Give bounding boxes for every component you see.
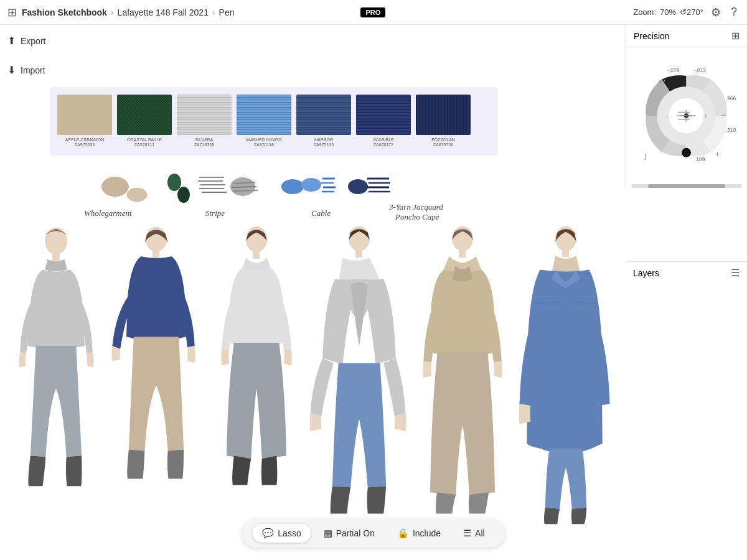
svg-text:→: → bbox=[719, 110, 727, 119]
figure-3-svg bbox=[209, 224, 305, 529]
pro-badge: PRO bbox=[360, 7, 385, 17]
swatch-label-1: APPLE CINNAMONZA975033 bbox=[65, 138, 105, 148]
swatch-label-2: COASTAL BAYLEZA576111 bbox=[127, 138, 162, 148]
swatch-pozzolan[interactable]: POZZOLANZA870726 bbox=[416, 95, 471, 148]
swatch-label-7: POZZOLANZA870726 bbox=[431, 138, 455, 148]
swatch-img-1 bbox=[57, 95, 112, 135]
svg-text:-.013: -.013 bbox=[694, 67, 707, 73]
scrollbar-thumb[interactable] bbox=[648, 184, 726, 188]
all-button[interactable]: ☰ All bbox=[453, 524, 495, 543]
import-label: Import bbox=[21, 65, 45, 75]
svg-text:Cable: Cable bbox=[311, 208, 331, 218]
export-button[interactable]: ⬆ Export bbox=[7, 32, 80, 49]
layers-label: Layers bbox=[633, 268, 659, 278]
partial-on-button[interactable]: ▦ Partial On bbox=[314, 524, 385, 543]
swatch-silvera[interactable]: SILVERAZA718329 bbox=[177, 95, 232, 148]
svg-line-12 bbox=[233, 190, 258, 191]
import-button[interactable]: ⬇ Import bbox=[7, 62, 80, 78]
rotation-value[interactable]: ↺270° bbox=[680, 7, 703, 17]
precision-label: Precision bbox=[634, 31, 670, 41]
svg-text:∫: ∫ bbox=[644, 152, 647, 160]
svg-text:.966: .966 bbox=[726, 95, 736, 101]
grid-menu-icon[interactable]: ⊞ bbox=[7, 6, 17, 19]
breadcrumb-sep1: › bbox=[111, 7, 114, 17]
swatch-img-4 bbox=[237, 95, 291, 135]
figure-1-svg bbox=[8, 224, 105, 523]
svg-text:3-Yarn Jacquard: 3-Yarn Jacquard bbox=[388, 202, 443, 212]
right-panel: Precision ⊞ bbox=[626, 25, 747, 188]
swatch-harbor[interactable]: HARBORZA975133 bbox=[296, 95, 351, 148]
swatch-img-3 bbox=[177, 95, 232, 135]
svg-rect-36 bbox=[356, 250, 363, 258]
bottom-toolbar: 💬 Lasso ▦ Partial On 🔒 Include ☰ All bbox=[242, 519, 504, 548]
svg-text:←: ← bbox=[665, 111, 672, 119]
annotations-section: Wholegarment Stripe Cable 3-Yarn Jacquar… bbox=[50, 165, 498, 221]
swatch-label-5: HARBORZA975133 bbox=[314, 138, 334, 148]
svg-line-11 bbox=[232, 187, 256, 187]
svg-point-13 bbox=[281, 179, 304, 194]
partial-label: Partial On bbox=[336, 528, 375, 538]
swatch-coastal-bayle[interactable]: COASTAL BAYLEZA576111 bbox=[117, 95, 172, 148]
swatches-row: APPLE CINNAMONZA975033 COASTAL BAYLEZA57… bbox=[50, 87, 498, 156]
figure-4 bbox=[308, 224, 411, 529]
svg-rect-38 bbox=[459, 250, 466, 258]
zoom-value[interactable]: 70% bbox=[660, 7, 676, 17]
swatch-label-6: INVISIBLEZA870172 bbox=[373, 138, 393, 148]
export-icon: ⬆ bbox=[7, 35, 16, 47]
swatch-img-7 bbox=[416, 95, 471, 135]
export-label: Export bbox=[21, 36, 45, 46]
layers-section: Layers ☰ bbox=[626, 261, 747, 284]
include-button[interactable]: 🔒 Include bbox=[387, 524, 451, 543]
figure-6 bbox=[515, 224, 618, 529]
lasso-icon: 💬 bbox=[262, 528, 274, 539]
right-scrollbar[interactable] bbox=[631, 184, 742, 188]
figure-6-svg bbox=[515, 224, 618, 529]
swatch-img-5 bbox=[296, 95, 351, 135]
import-icon: ⬇ bbox=[7, 64, 16, 76]
file-name[interactable]: Pen bbox=[219, 7, 235, 17]
precision-grid-icon[interactable]: ⊞ bbox=[731, 30, 740, 42]
svg-point-0 bbox=[101, 177, 129, 197]
swatch-invisible[interactable]: INVISIBLEZA870172 bbox=[356, 95, 411, 148]
precision-bar: Precision ⊞ bbox=[626, 25, 747, 47]
svg-point-19 bbox=[348, 179, 368, 194]
figure-5 bbox=[415, 224, 511, 529]
layers-menu-icon[interactable]: ☰ bbox=[731, 267, 740, 279]
svg-text:↩: ↩ bbox=[659, 77, 665, 86]
figure-5-svg bbox=[415, 224, 511, 529]
app-name[interactable]: Fashion Sketchbook bbox=[22, 7, 107, 17]
settings-icon[interactable]: ⚙ bbox=[708, 3, 723, 22]
all-label: All bbox=[475, 528, 485, 538]
left-panel: ⬆ Export ⬇ Import bbox=[0, 25, 87, 86]
swatch-washed-indigo[interactable]: WASHED INDIGOZA370116 bbox=[237, 95, 291, 148]
svg-point-14 bbox=[301, 178, 321, 192]
svg-point-3 bbox=[177, 187, 190, 203]
partial-icon: ▦ bbox=[324, 528, 332, 539]
svg-rect-32 bbox=[153, 250, 159, 258]
svg-rect-34 bbox=[253, 251, 260, 259]
svg-text:.189: .189 bbox=[695, 156, 705, 162]
figure-1 bbox=[8, 224, 105, 523]
svg-point-2 bbox=[167, 174, 181, 191]
figure-3 bbox=[209, 224, 305, 529]
topbar: ⊞ Fashion Sketchbook › Lafayette 148 Fal… bbox=[0, 0, 747, 25]
lasso-label: Lasso bbox=[278, 528, 301, 538]
include-icon: 🔒 bbox=[397, 528, 409, 539]
lasso-button[interactable]: 💬 Lasso bbox=[252, 524, 311, 543]
all-icon: ☰ bbox=[463, 528, 471, 539]
color-wheel-svg[interactable]: -.079 -.013 .966 .310 .189 ↩ → ∫ + ← bbox=[632, 58, 741, 174]
swatch-img-2 bbox=[117, 95, 172, 135]
project-name[interactable]: Lafayette 148 Fall 2021 bbox=[118, 7, 209, 17]
svg-text:.310: .310 bbox=[726, 127, 736, 133]
svg-text:+: + bbox=[715, 149, 720, 158]
help-icon[interactable]: ? bbox=[728, 3, 740, 21]
cw-bottom-dot[interactable] bbox=[682, 147, 691, 157]
color-wheel-container: -.079 -.013 .966 .310 .189 ↩ → ∫ + ← bbox=[626, 47, 747, 184]
swatches-section: APPLE CINNAMONZA975033 COASTAL BAYLEZA57… bbox=[50, 87, 498, 163]
swatch-apple-cinnamon[interactable]: APPLE CINNAMONZA975033 bbox=[57, 95, 112, 148]
swatch-img-6 bbox=[356, 95, 411, 135]
breadcrumb: Fashion Sketchbook › Lafayette 148 Fall … bbox=[22, 7, 235, 17]
figure-4-svg bbox=[308, 224, 411, 529]
figure-2-svg bbox=[108, 224, 205, 523]
svg-text:Wholegarment: Wholegarment bbox=[84, 208, 132, 218]
